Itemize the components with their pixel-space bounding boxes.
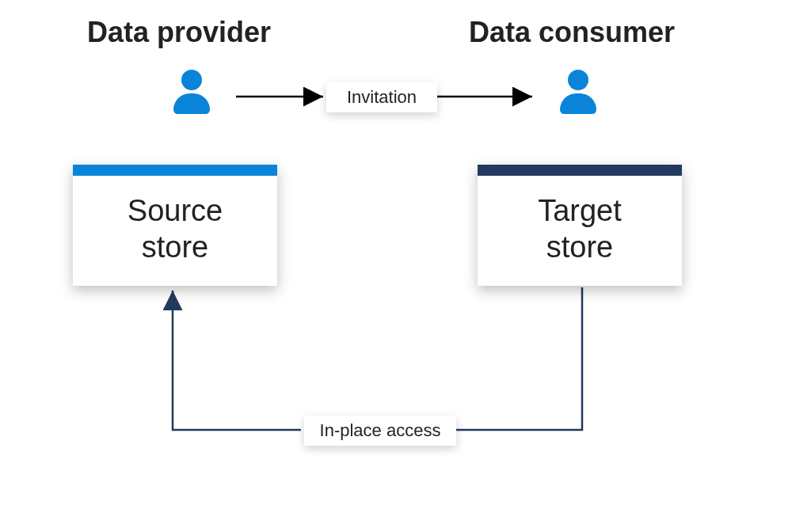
provider-title: Data provider <box>87 16 271 49</box>
source-store-line1: Source <box>128 194 223 227</box>
target-store-line2: store <box>546 230 613 264</box>
source-store-bar <box>73 165 277 176</box>
person-head-icon <box>181 70 202 90</box>
consumer-title: Data consumer <box>469 16 675 49</box>
person-body-icon <box>560 93 596 114</box>
person-body-icon <box>173 93 210 114</box>
provider-person-icon <box>168 70 215 114</box>
target-store-line1: Target <box>538 194 622 227</box>
inplace-label: In-place access <box>304 416 456 446</box>
source-store-line2: store <box>142 230 208 264</box>
target-store-box: Target store <box>478 165 682 286</box>
source-store-box: Source store <box>73 165 277 286</box>
source-store-label: Source store <box>73 176 277 286</box>
person-head-icon <box>568 70 588 90</box>
target-store-label: Target store <box>478 176 682 286</box>
consumer-person-icon <box>554 70 602 114</box>
inplace-line-left <box>173 291 301 430</box>
invitation-label: Invitation <box>326 82 437 112</box>
target-store-bar <box>478 165 682 176</box>
inplace-line-right <box>455 287 582 430</box>
